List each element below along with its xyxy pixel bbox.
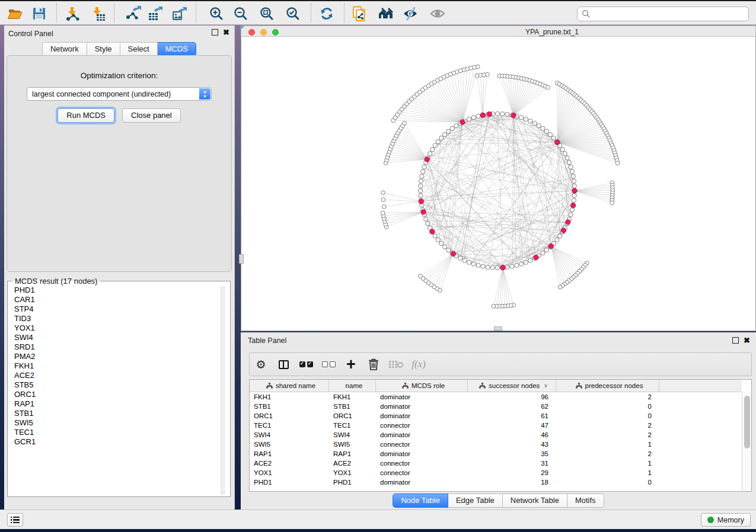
deselect-all-icon[interactable] [317,361,340,367]
table-cell[interactable]: FKH1 [250,393,329,400]
table-cell[interactable]: 1 [556,441,659,448]
show-tasks-button[interactable] [7,513,23,527]
tab-motifs[interactable]: Motifs [567,493,604,508]
scrollbar-thumb[interactable] [744,396,750,448]
table-cell[interactable]: connector [376,441,468,448]
table-cell[interactable]: 1 [556,469,659,476]
tab-node-table[interactable]: Node Table [393,493,448,508]
table-cell[interactable]: YOX1 [329,469,376,476]
export-table-icon[interactable] [147,5,164,22]
mcds-result-item[interactable]: SWI5 [9,418,229,428]
mac-close-button[interactable] [248,29,255,36]
column-header-name[interactable]: name [329,380,376,392]
table-cell[interactable]: 62 [468,403,556,410]
left-divider-grip[interactable] [239,254,244,264]
run-mcds-button[interactable]: Run MCDS [58,108,114,123]
mcds-result-item[interactable]: SRD1 [9,342,229,352]
table-cell[interactable]: 1 [556,460,659,467]
table-row[interactable]: STB1STB1dominator620 [250,402,742,411]
table-vertical-scrollbar[interactable] [742,392,751,491]
mcds-result-item[interactable]: YOX1 [9,323,229,333]
table-cell[interactable]: 2 [556,393,659,400]
table-row[interactable]: PHD1PHD1dominator180 [250,477,742,487]
table-cell[interactable]: SWI4 [329,431,376,438]
tab-select[interactable]: Select [120,42,158,56]
mcds-result-item[interactable]: STB5 [9,380,229,390]
table-cell[interactable]: 29 [468,469,556,476]
table-row[interactable]: RAP1RAP1dominator352 [250,449,742,459]
search-input[interactable] [577,7,749,21]
export-network-icon[interactable] [125,5,141,22]
table-cell[interactable]: SWI4 [250,431,329,438]
table-cell[interactable]: 46 [468,431,556,438]
bottom-divider-grip[interactable] [494,326,502,331]
network-window-titlebar[interactable]: YPA_prune.txt_1 [241,25,756,37]
table-cell[interactable]: STB1 [250,403,329,410]
table-cell[interactable]: connector [376,422,468,429]
column-header-shared-name[interactable]: shared name [250,380,329,392]
table-body[interactable]: FKH1FKH1dominator962STB1STB1dominator620… [250,392,742,491]
table-cell[interactable]: dominator [376,393,468,400]
table-row[interactable]: YOX1YOX1connector291 [250,468,742,477]
mcds-result-item[interactable]: SWI4 [9,333,229,342]
close-table-panel-icon[interactable]: ✖ [744,337,750,344]
table-cell[interactable]: SWI5 [329,441,376,448]
tab-network[interactable]: Network [42,42,87,56]
mcds-result-item[interactable]: GCR1 [9,437,229,447]
zoom-in-icon[interactable] [208,5,225,22]
mcds-result-item[interactable]: STB1 [9,409,229,418]
network-overview-icon[interactable] [378,5,394,22]
table-cell[interactable]: ORC1 [250,412,329,419]
mac-minimize-button[interactable] [260,29,267,36]
mcds-result-item[interactable]: TID3 [9,314,229,323]
mcds-result-list[interactable]: PHD1CAR1STP4TID3YOX1SWI4SRD1PMA2FKH1ACE2… [9,286,229,495]
table-cell[interactable]: dominator [376,479,468,486]
delete-column-icon[interactable] [362,358,385,371]
network-canvas[interactable] [241,37,756,331]
table-cell[interactable]: dominator [376,412,468,419]
zoom-selected-icon[interactable] [285,5,301,22]
table-cell[interactable]: 0 [556,403,659,410]
mcds-result-item[interactable]: STP4 [9,305,229,314]
memory-button[interactable]: Memory [701,513,751,527]
mcds-result-item[interactable]: RAP1 [9,399,229,409]
table-cell[interactable]: 0 [556,412,659,419]
column-header-mcds-role[interactable]: MCDS role [376,380,468,392]
table-cell[interactable]: ACE2 [329,460,376,467]
table-cell[interactable]: SWI5 [250,441,329,448]
mcds-result-item[interactable]: CAR1 [9,295,229,305]
tab-network-table[interactable]: Network Table [503,493,567,508]
table-cell[interactable]: connector [376,469,468,476]
table-row[interactable]: TEC1TEC1connector472 [250,421,742,430]
table-cell[interactable]: 18 [468,479,556,486]
zoom-out-icon[interactable] [232,5,249,22]
mcds-result-item[interactable]: PMA2 [9,352,229,361]
table-cell[interactable]: YOX1 [250,469,329,476]
table-cell[interactable]: PHD1 [250,479,329,486]
table-cell[interactable]: dominator [376,450,468,457]
tab-style[interactable]: Style [87,42,120,56]
hide-graphics-details-icon[interactable] [402,5,419,22]
table-cell[interactable]: 0 [556,479,659,486]
add-column-icon[interactable]: + [340,358,362,370]
clone-network-icon[interactable] [351,5,368,22]
table-cell[interactable]: 31 [468,460,556,467]
zoom-fit-icon[interactable] [259,5,275,22]
open-folder-icon[interactable] [7,5,23,22]
table-cell[interactable]: 47 [468,422,556,429]
table-row[interactable]: ORC1ORC1dominator610 [250,411,742,421]
tab-edge-table[interactable]: Edge Table [448,493,503,508]
import-network-icon[interactable] [64,5,81,22]
table-cell[interactable]: 2 [556,422,659,429]
table-row[interactable]: ACE2ACE2connector311 [250,459,742,468]
mcds-result-item[interactable]: PHD1 [9,286,229,295]
float-panel-icon[interactable] [212,29,218,36]
tab-mcds[interactable]: MCDS [158,42,196,56]
save-icon[interactable] [31,5,47,22]
table-cell[interactable]: STB1 [329,403,376,410]
float-table-panel-icon[interactable] [732,337,739,344]
table-cell[interactable]: TEC1 [329,422,376,429]
mcds-result-item[interactable]: FKH1 [9,361,229,371]
table-cell[interactable]: 2 [556,431,659,438]
close-panel-icon[interactable]: ✖ [223,29,229,36]
